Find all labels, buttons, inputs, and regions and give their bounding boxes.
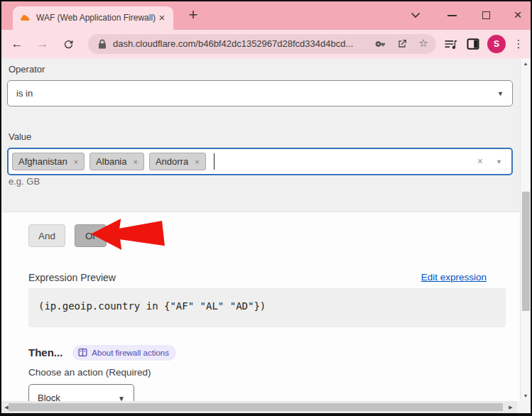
browser-window: WAF (Web Application Firewall) | × + × ←… [0, 0, 532, 416]
forward-button[interactable]: → [34, 35, 51, 53]
profile-avatar[interactable]: S [487, 35, 506, 53]
back-button[interactable]: ← [9, 35, 26, 53]
browser-tab[interactable]: WAF (Web Application Firewall) | × [13, 6, 173, 30]
edit-expression-link[interactable]: Edit expression [421, 272, 487, 283]
tab-title: WAF (Web Application Firewall) | [36, 6, 156, 30]
reload-button[interactable] [60, 35, 77, 53]
tag-afghanistan: Afghanistan × [12, 153, 85, 170]
maximize-button[interactable] [482, 11, 490, 19]
window-close-button[interactable]: × [510, 1, 526, 30]
action-value: Block [38, 385, 60, 401]
operator-value: is in [16, 81, 33, 106]
tag-remove-icon[interactable]: × [74, 158, 78, 166]
browser-toolbar: ← → dash.cloudflare.com/b46bf42dc1352967… [1, 30, 531, 58]
horizontal-scrollbar-thumb[interactable] [9, 403, 503, 411]
address-bar[interactable]: dash.cloudflare.com/b46bf42dc1352967d28f… [88, 34, 436, 54]
tab-strip: WAF (Web Application Firewall) | × + × [1, 1, 531, 30]
rule-field-section: Operator is in ▼ Value Afghanistan × Alb… [1, 58, 520, 212]
tag-label: Albania [96, 156, 126, 167]
new-tab-button[interactable]: + [183, 5, 203, 25]
scroll-down-icon[interactable]: ▼ [521, 393, 531, 398]
then-row: Then... About firewall actions [28, 344, 176, 361]
bookmark-star-icon[interactable]: ☆ [418, 36, 429, 48]
scroll-up-icon[interactable]: ▲ [521, 61, 531, 66]
then-label: Then... [28, 346, 63, 358]
tag-andorra: Andorra × [149, 153, 206, 170]
text-cursor [214, 153, 215, 170]
lock-icon[interactable] [98, 39, 107, 52]
and-button[interactable]: And [28, 224, 65, 247]
chevron-down-icon[interactable]: ▼ [496, 149, 502, 174]
operator-label: Operator [9, 64, 45, 75]
rule-logic-section: And Or Expression Preview Edit expressio… [1, 212, 520, 401]
tag-remove-icon[interactable]: × [195, 158, 199, 166]
value-label: Value [9, 131, 31, 142]
browser-menu-icon[interactable]: ⋮ [513, 35, 524, 53]
expression-preview-label: Expression Preview [28, 272, 116, 283]
scroll-right-icon[interactable]: ▶ [506, 401, 516, 413]
horizontal-scrollbar[interactable]: ◀ ▶ [1, 401, 531, 413]
clear-field-icon[interactable]: × [477, 149, 483, 174]
url-text[interactable]: dash.cloudflare.com/b46bf42dc1352967d28f… [113, 34, 353, 54]
badge-label: About firewall actions [92, 349, 169, 357]
expression-preview-box: (ip.geoip.country in {"AF" "AL" "AD"}) [28, 288, 506, 327]
tag-row: Afghanistan × Albania × Andorra × [12, 153, 215, 170]
minimize-button[interactable] [447, 15, 457, 16]
book-icon [78, 348, 87, 357]
value-hint: e.g. GB [9, 176, 40, 187]
value-multiselect[interactable]: Afghanistan × Albania × Andorra × × ▼ [7, 148, 513, 175]
side-panel-icon[interactable] [466, 37, 480, 54]
tab-search-chevron-icon[interactable] [411, 1, 425, 30]
page-content: Operator is in ▼ Value Afghanistan × Alb… [1, 58, 531, 401]
vertical-scrollbar-thumb[interactable] [522, 192, 530, 311]
tag-label: Afghanistan [18, 156, 67, 167]
cloudflare-favicon-icon [20, 13, 31, 24]
annotation-arrow-icon [89, 217, 166, 254]
scrollbar-corner [517, 401, 531, 413]
about-firewall-actions-badge[interactable]: About firewall actions [72, 345, 176, 361]
operator-select[interactable]: is in ▼ [7, 80, 513, 106]
tab-close-icon[interactable]: × [156, 11, 168, 24]
tag-albania: Albania × [89, 153, 144, 170]
action-select[interactable]: Block ▼ [28, 384, 134, 401]
chevron-down-icon: ▼ [497, 81, 504, 106]
password-key-icon[interactable] [375, 38, 386, 50]
tag-remove-icon[interactable]: × [133, 158, 137, 166]
expression-code: (ip.geoip.country in {"AF" "AL" "AD"}) [38, 300, 266, 312]
media-controls-icon[interactable] [443, 37, 457, 54]
vertical-scrollbar[interactable]: ▲ ▼ [520, 58, 531, 401]
tag-label: Andorra [156, 156, 188, 167]
choose-action-label: Choose an action (Required) [28, 367, 151, 378]
chevron-down-icon: ▼ [118, 385, 125, 401]
share-icon[interactable] [396, 38, 408, 50]
